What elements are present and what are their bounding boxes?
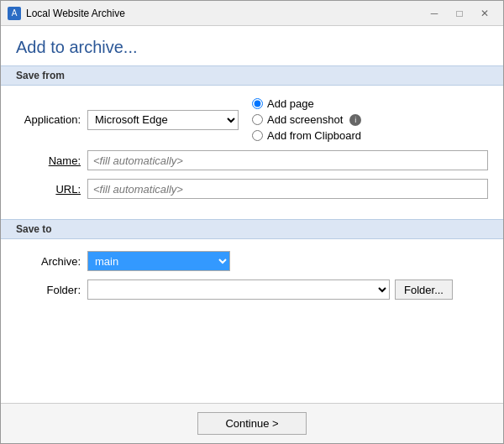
radio-add-clipboard-label: Add from Clipboard xyxy=(267,129,361,142)
application-select[interactable]: Microsoft Edge Google Chrome Firefox xyxy=(87,110,239,130)
save-to-body: Archive: main Folder: Folder... xyxy=(1,239,503,320)
folder-button[interactable]: Folder... xyxy=(395,279,453,300)
archive-row: Archive: main xyxy=(16,251,488,271)
url-row: URL: xyxy=(16,179,488,199)
folder-select[interactable] xyxy=(87,279,390,300)
radio-add-page-label: Add page xyxy=(267,97,314,110)
footer: Continue > xyxy=(1,403,503,443)
window-title: Local Website Archive xyxy=(26,8,423,19)
main-window: A Local Website Archive ─ □ ✕ Add to arc… xyxy=(0,0,504,444)
folder-row: Folder: Folder... xyxy=(16,279,488,300)
name-label: Name: xyxy=(16,154,87,167)
app-icon: A xyxy=(8,7,21,20)
page-title: Add to archive... xyxy=(1,26,503,65)
continue-button[interactable]: Continue > xyxy=(197,412,306,435)
save-from-header: Save from xyxy=(1,65,503,86)
minimize-button[interactable]: ─ xyxy=(423,5,446,22)
archive-label: Archive: xyxy=(16,255,87,268)
name-input[interactable] xyxy=(87,150,488,170)
application-control-group: Microsoft Edge Google Chrome Firefox Add… xyxy=(87,97,488,142)
content-area: Add to archive... Save from Application:… xyxy=(1,26,503,403)
save-from-body: Application: Microsoft Edge Google Chrom… xyxy=(1,86,503,219)
save-to-section: Save to Archive: main Folder: xyxy=(1,219,503,320)
name-row: Name: xyxy=(16,150,488,170)
url-input[interactable] xyxy=(87,179,488,199)
radio-add-screenshot-label: Add screenshot xyxy=(267,113,343,126)
screenshot-info-icon[interactable]: i xyxy=(349,114,361,126)
archive-select[interactable]: main xyxy=(87,251,230,271)
application-row: Application: Microsoft Edge Google Chrom… xyxy=(16,97,488,142)
radio-row-page: Add page xyxy=(252,97,361,110)
title-bar: A Local Website Archive ─ □ ✕ xyxy=(1,1,503,26)
radio-row-clipboard: Add from Clipboard xyxy=(252,129,361,142)
radio-add-screenshot[interactable] xyxy=(252,114,263,125)
window-controls: ─ □ ✕ xyxy=(423,5,496,22)
save-from-section: Save from Application: Microsoft Edge Go… xyxy=(1,65,503,219)
maximize-button[interactable]: □ xyxy=(448,5,471,22)
radio-row-screenshot: Add screenshot i xyxy=(252,113,361,126)
url-label: URL: xyxy=(16,183,87,196)
close-button[interactable]: ✕ xyxy=(473,5,496,22)
radio-add-page[interactable] xyxy=(252,98,263,109)
save-to-header: Save to xyxy=(1,219,503,239)
radio-add-clipboard[interactable] xyxy=(252,130,263,141)
application-label: Application: xyxy=(16,113,87,126)
add-type-radio-group: Add page Add screenshot i Add from Clipb… xyxy=(252,97,361,142)
folder-control-group: Folder... xyxy=(87,279,488,300)
folder-label: Folder: xyxy=(16,284,87,296)
